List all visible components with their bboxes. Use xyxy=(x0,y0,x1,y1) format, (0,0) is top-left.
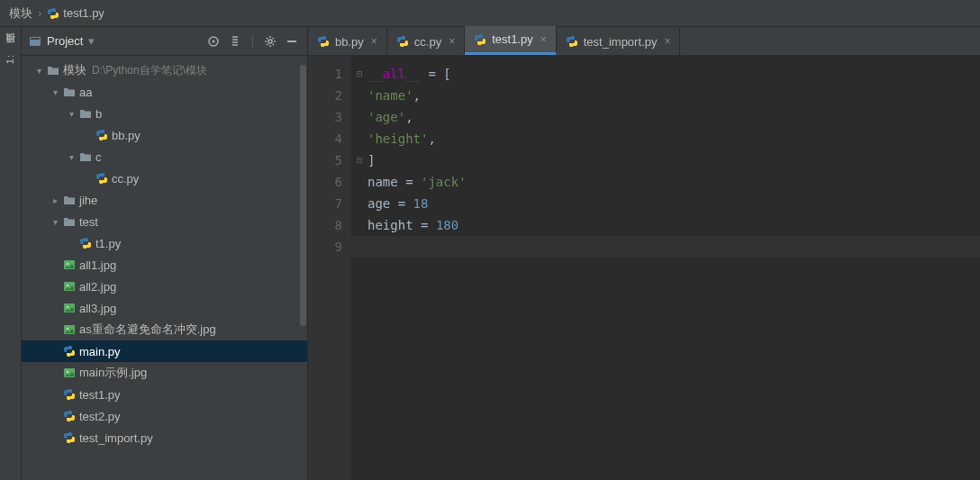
tab-label: cc.py xyxy=(414,35,441,49)
tree-file[interactable]: all1.jpg xyxy=(22,254,307,276)
svg-point-15 xyxy=(67,371,68,373)
locate-button[interactable] xyxy=(205,33,222,50)
code-line[interactable]: ⊟__all__ = [ xyxy=(351,63,980,85)
project-tool-header: Project ▾ xyxy=(22,27,307,56)
svg-point-9 xyxy=(67,285,68,286)
svg-point-13 xyxy=(67,328,68,330)
settings-button[interactable] xyxy=(262,33,278,50)
python-file-icon xyxy=(317,35,330,48)
close-icon[interactable]: × xyxy=(662,35,672,48)
breadcrumb-root[interactable]: 模块 xyxy=(9,5,32,22)
fold-marker[interactable]: ⊟ xyxy=(351,63,368,85)
tree-item-label: jihe xyxy=(77,194,97,207)
tab-label: test_import.py xyxy=(584,35,658,49)
close-icon[interactable]: × xyxy=(447,35,457,48)
close-icon[interactable]: × xyxy=(369,35,379,48)
tab-label: test1.py xyxy=(492,32,533,46)
line-number: 4 xyxy=(308,128,342,149)
code-editor[interactable]: 123456789 ⊟__all__ = [ 'name', 'age', 'h… xyxy=(308,56,980,480)
project-tool-window: Project ▾ ▾模块D:\Python自学笔记\模块▾aa▾bbb.py▾… xyxy=(22,27,308,480)
line-number: 3 xyxy=(308,106,342,128)
img-icon xyxy=(61,323,77,336)
code-line[interactable]: ⊟] xyxy=(351,149,980,171)
folder-icon xyxy=(61,215,77,228)
line-number: 2 xyxy=(308,85,342,106)
svg-point-11 xyxy=(67,306,68,308)
tree-item-label: main示例.jpg xyxy=(77,365,147,381)
code-line[interactable]: 'age', xyxy=(351,106,980,128)
code-line[interactable]: age = 18 xyxy=(351,193,980,214)
tree-twisty[interactable]: ▾ xyxy=(49,87,61,97)
line-number: 7 xyxy=(308,193,342,214)
project-icon xyxy=(29,35,41,48)
editor-tab[interactable]: bb.py× xyxy=(308,28,387,55)
fold-marker[interactable]: ⊟ xyxy=(351,149,368,171)
breadcrumb-file[interactable]: test1.py xyxy=(47,6,104,20)
py-icon xyxy=(94,129,110,141)
editor-tab[interactable]: cc.py× xyxy=(387,28,465,55)
img-icon xyxy=(61,367,77,379)
py-icon xyxy=(94,172,110,185)
tree-file[interactable]: all2.jpg xyxy=(22,276,307,297)
tree-twisty[interactable]: ▾ xyxy=(49,217,61,227)
gear-icon xyxy=(264,35,277,48)
tree-file[interactable]: cc.py xyxy=(22,168,307,189)
tree-file[interactable]: test1.py xyxy=(22,384,307,405)
tree-folder[interactable]: ▾模块D:\Python自学笔记\模块 xyxy=(22,59,307,81)
close-icon[interactable]: × xyxy=(539,33,549,46)
minimize-icon xyxy=(286,35,298,48)
tree-item-label: main.py xyxy=(77,345,121,358)
code-line[interactable]: name = 'jack' xyxy=(351,171,980,193)
tree-item-label: aa xyxy=(77,86,92,99)
line-number: 6 xyxy=(308,171,342,193)
tree-item-label: all2.jpg xyxy=(77,280,116,294)
py-icon xyxy=(61,410,77,422)
tree-twisty[interactable]: ▸ xyxy=(49,195,61,205)
tree-file[interactable]: main.py xyxy=(22,340,307,362)
tree-folder[interactable]: ▾c xyxy=(22,146,307,168)
editor-area: bb.py×cc.py×test1.py×test_import.py× 123… xyxy=(308,27,980,480)
tree-file[interactable]: test2.py xyxy=(22,405,307,427)
code-lines[interactable]: ⊟__all__ = [ 'name', 'age', 'height',⊟]n… xyxy=(351,56,980,480)
tree-file[interactable]: main示例.jpg xyxy=(22,362,307,384)
py-icon xyxy=(61,431,77,444)
tree-twisty[interactable]: ▾ xyxy=(65,109,77,119)
project-view-selector[interactable]: Project ▾ xyxy=(29,34,200,48)
code-line[interactable]: 'height', xyxy=(351,128,980,149)
img-icon xyxy=(61,302,77,314)
tree-item-label: b xyxy=(94,107,102,121)
py-icon xyxy=(77,237,94,249)
chevron-down-icon: ▾ xyxy=(88,34,95,48)
tree-folder[interactable]: ▾aa xyxy=(22,81,307,103)
tree-folder[interactable]: ▾b xyxy=(22,103,307,124)
tree-folder[interactable]: ▸jihe xyxy=(22,189,307,211)
tree-twisty[interactable]: ▾ xyxy=(32,66,45,76)
tree-twisty[interactable]: ▾ xyxy=(65,152,77,162)
tree-item-label: test_import.py xyxy=(77,431,153,445)
tree-item-label: c xyxy=(94,150,102,164)
project-tool-button[interactable]: 1: 项目 xyxy=(4,49,17,64)
tree-file[interactable]: t1.py xyxy=(22,232,307,254)
line-number: 1 xyxy=(308,63,342,85)
code-line[interactable] xyxy=(351,236,980,258)
svg-rect-1 xyxy=(31,38,40,40)
folder-icon xyxy=(77,150,94,163)
svg-point-7 xyxy=(67,263,68,265)
project-tree[interactable]: ▾模块D:\Python自学笔记\模块▾aa▾bbb.py▾ccc.py▸jih… xyxy=(22,56,307,480)
tree-folder[interactable]: ▾test xyxy=(22,211,307,232)
code-line[interactable]: 'name', xyxy=(351,85,980,106)
python-file-icon xyxy=(566,35,578,48)
scrollbar-thumb[interactable] xyxy=(300,65,306,326)
tree-file[interactable]: bb.py xyxy=(22,124,307,146)
tree-file[interactable]: as重命名避免命名冲突.jpg xyxy=(22,319,307,340)
editor-tab[interactable]: test_import.py× xyxy=(557,28,681,55)
expand-all-button[interactable] xyxy=(227,33,243,50)
tree-file[interactable]: test_import.py xyxy=(22,427,307,448)
folder-icon xyxy=(45,64,61,77)
python-file-icon xyxy=(47,7,59,20)
tree-file[interactable]: all3.jpg xyxy=(22,297,307,319)
editor-tab[interactable]: test1.py× xyxy=(465,26,557,55)
img-icon xyxy=(61,280,77,293)
code-line[interactable]: height = 180 xyxy=(351,214,980,236)
hide-button[interactable] xyxy=(284,33,300,50)
